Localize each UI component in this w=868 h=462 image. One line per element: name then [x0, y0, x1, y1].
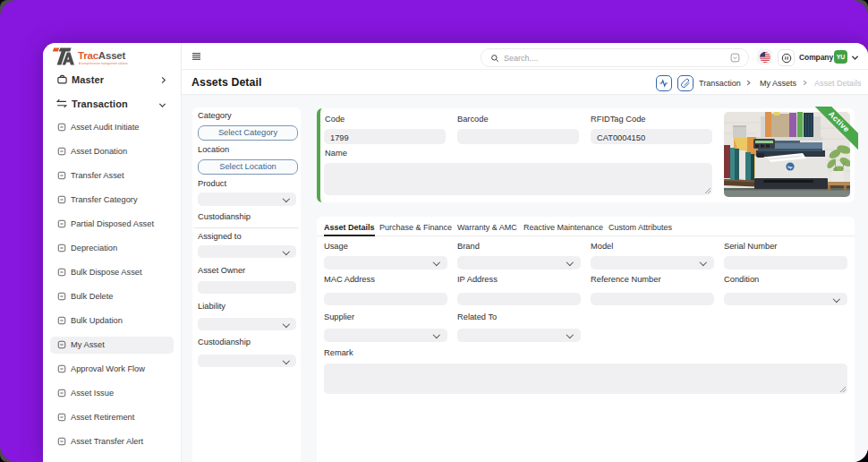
svg-text:hp: hp: [787, 165, 793, 169]
